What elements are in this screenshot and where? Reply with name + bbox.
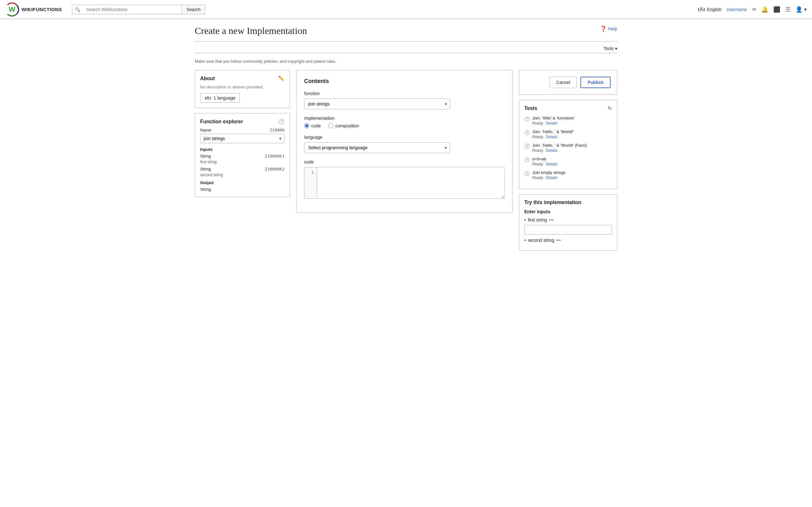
implementation-field-group: Implementation code composition xyxy=(304,116,505,128)
logo-icon: W xyxy=(5,3,19,16)
test-item-0: 🕐 Join: 'Wiki' & 'functions' Ready Detai… xyxy=(524,116,612,125)
radio-code[interactable]: code xyxy=(304,123,321,128)
try-input-row-1: • second string ••• xyxy=(524,238,612,243)
contents-title: Contents xyxy=(304,78,505,84)
edit-icon[interactable]: ✏️ xyxy=(278,75,285,81)
language-label: English xyxy=(707,7,722,12)
tools-button[interactable]: Tools ▾ xyxy=(603,46,617,51)
function-dropdown-wrapper: join strings xyxy=(304,99,450,109)
username-link[interactable]: Username xyxy=(727,7,747,12)
language-dropdown[interactable]: Select programming language xyxy=(304,142,450,153)
contents-card: Contents function join strings Implement… xyxy=(296,70,513,213)
action-card: Cancel Publish xyxy=(519,70,617,95)
try-input-0-field[interactable] xyxy=(524,225,612,234)
page-container: Create a new Implementation ❓ Help Tools… xyxy=(187,19,625,257)
name-row: Name Z10000 xyxy=(200,128,285,132)
help-link[interactable]: ❓ Help xyxy=(600,25,617,32)
tests-card: Tests ↻ 🕐 Join: 'Wiki' & 'functions' Rea… xyxy=(519,100,617,189)
language-field-label: language xyxy=(304,135,505,140)
output-type: String xyxy=(200,187,285,192)
bullet-0: • xyxy=(524,217,526,222)
bullet-1: • xyxy=(524,238,526,243)
test-1-name: Join: 'Hello, ' & 'World!' xyxy=(532,129,574,134)
name-value: Z10000 xyxy=(270,128,285,132)
code-field-group: code 1 xyxy=(304,159,505,199)
test-item-4: 🕐 Join empty strings Ready Details xyxy=(524,170,612,180)
notice-text: Make sure that you follow community poli… xyxy=(195,59,617,64)
main-layout: About ✏️ No description or aliases provi… xyxy=(195,70,617,250)
test-3-content: a+b=ab Ready Details xyxy=(532,157,557,166)
help-icon: ❓ xyxy=(600,25,607,32)
output-section-label: Output xyxy=(200,180,285,185)
inputs-section-label: Inputs xyxy=(200,147,285,152)
test-item-1: 🕐 Join: 'Hello, ' & 'World!' Ready Detai… xyxy=(524,129,612,139)
tools-chevron-icon: ▾ xyxy=(615,46,617,51)
radio-composition-input[interactable] xyxy=(328,123,334,128)
header-right: ⟬A⟭ English Username ∞ 🔔 ⬛ ☰ 👤 ▾ xyxy=(697,6,807,13)
tests-header: Tests ↻ xyxy=(524,105,612,111)
refresh-icon[interactable]: ↻ xyxy=(608,105,612,111)
try-input-1-name: second string xyxy=(528,238,554,243)
left-panel: About ✏️ No description or aliases provi… xyxy=(195,70,290,197)
menu-list-icon[interactable]: ☰ xyxy=(785,6,791,13)
radio-code-label: code xyxy=(311,123,321,128)
input-0-type: String xyxy=(200,154,211,158)
test-1-content: Join: 'Hello, ' & 'World!' Ready Details xyxy=(532,129,574,139)
search-icon: 🔍 xyxy=(72,5,83,14)
try-input-1-dots: ••• xyxy=(556,238,561,243)
radio-code-input[interactable] xyxy=(304,123,309,128)
test-0-content: Join: 'Wiki' & 'functions' Ready Details xyxy=(532,116,574,125)
search-bar: 🔍 Search xyxy=(72,5,205,14)
implementation-radio-group: code composition xyxy=(304,123,505,128)
test-2-clock-icon: 🕐 xyxy=(524,144,530,149)
input-1-name: second string xyxy=(200,173,285,177)
input-1-type: String xyxy=(200,167,211,171)
cancel-button[interactable]: Cancel xyxy=(550,77,577,88)
site-logo-link[interactable]: W WIKIFUNCTIONS xyxy=(5,3,62,16)
publish-button[interactable]: Publish xyxy=(580,77,611,88)
code-textarea[interactable] xyxy=(317,167,504,199)
tests-title: Tests xyxy=(524,106,537,111)
user-menu-icon[interactable]: 👤 ▾ xyxy=(796,6,807,13)
function-field-label: function xyxy=(304,91,505,96)
radio-composition[interactable]: composition xyxy=(328,123,359,128)
test-item-2: 🕐 Join: 'Hello, ' & 'World!' (Farsi) Rea… xyxy=(524,143,612,153)
function-name-select[interactable]: join strings xyxy=(200,134,285,143)
try-input-row-0: • first string ••• xyxy=(524,217,612,222)
language-count-label: 1 language xyxy=(213,95,235,101)
test-3-meta: Ready Details xyxy=(532,162,557,166)
translate-icon: ⟬A⟭ xyxy=(697,7,706,12)
function-explorer-card: Function explorer 🕐 Name Z10000 join str… xyxy=(195,113,290,197)
function-dropdown[interactable]: join strings xyxy=(304,99,450,109)
input-0-id: Z10000K1 xyxy=(264,154,285,158)
code-editor: 1 xyxy=(304,167,505,199)
help-label: Help xyxy=(608,26,617,32)
test-2-details-link[interactable]: Details xyxy=(546,148,558,153)
language-selector[interactable]: ⟬A⟭ English xyxy=(697,7,722,12)
history-icon[interactable]: 🕐 xyxy=(278,118,285,124)
try-title: Try this implementation xyxy=(524,200,612,205)
about-card: About ✏️ No description or aliases provi… xyxy=(195,70,290,108)
search-button[interactable]: Search xyxy=(182,5,205,14)
sandbox-icon[interactable]: ⬛ xyxy=(773,6,780,13)
notifications-icon[interactable]: 🔔 xyxy=(761,6,768,13)
test-4-details-link[interactable]: Details xyxy=(546,176,558,180)
search-input[interactable] xyxy=(83,5,182,14)
test-4-name: Join empty strings xyxy=(532,170,565,175)
implementation-field-label: Implementation xyxy=(304,116,505,121)
name-label: Name xyxy=(200,128,211,132)
test-3-details-link[interactable]: Details xyxy=(546,162,558,166)
test-2-content: Join: 'Hello, ' & 'World!' (Farsi) Ready… xyxy=(532,143,587,153)
page-title: Create a new Implementation xyxy=(195,25,307,36)
test-1-details-link[interactable]: Details xyxy=(546,135,558,139)
language-button[interactable]: ⟬A⟭ 1 language xyxy=(200,93,240,103)
try-implementation-card: Try this implementation Enter inputs • f… xyxy=(519,194,617,250)
input-1-type-row: String Z10000K2 xyxy=(200,167,285,171)
test-2-name: Join: 'Hello, ' & 'World!' (Farsi) xyxy=(532,143,587,148)
test-0-details-link[interactable]: Details xyxy=(546,121,558,125)
site-header: W WIKIFUNCTIONS 🔍 Search ⟬A⟭ English Use… xyxy=(0,0,812,19)
code-field-label: code xyxy=(304,159,505,164)
test-0-status: Ready xyxy=(532,121,543,125)
tools-label: Tools xyxy=(603,46,614,51)
watchlist-icon[interactable]: ∞ xyxy=(752,6,756,13)
